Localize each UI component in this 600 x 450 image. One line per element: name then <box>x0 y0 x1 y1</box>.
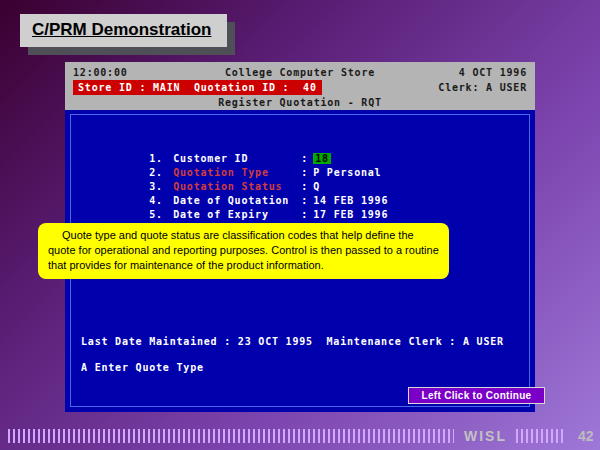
terminal-screen-title: Register Quotation - RQT <box>218 95 382 110</box>
field-label: Date of Quotation <box>173 194 301 208</box>
field-colon: : <box>301 208 313 222</box>
left-click-to-continue-button[interactable]: Left Click to Continue <box>408 387 545 404</box>
slide-title: C/PRM Demonstration <box>32 20 211 39</box>
footer-barcode-left <box>8 429 454 443</box>
enter-quote-type-prompt: A Enter Quote Type <box>81 362 204 373</box>
store-id-status-bar: Store ID : MAIN Quotation ID : 40 <box>73 80 322 95</box>
date-of-expiry-value: 17 FEB 1996 <box>313 209 388 220</box>
quotation-type-value: P Personal <box>313 167 381 178</box>
field-colon: : <box>301 166 313 180</box>
slide-page-number: 42 <box>578 428 594 444</box>
slide-title-box: C/PRM Demonstration <box>20 14 227 47</box>
terminal-header-row-1: 12:00:00 College Computer Store 4 OCT 19… <box>73 65 527 80</box>
maintenance-status-line: Last Date Maintained : 23 OCT 1995 Maint… <box>81 336 504 347</box>
terminal-time: 12:00:00 <box>73 65 128 80</box>
footer-brand: WISL <box>464 428 507 444</box>
field-customer-id: 1.Customer ID:18 <box>81 138 388 152</box>
terminal-date: 4 OCT 1996 <box>459 65 527 80</box>
callout-line: Quote type and quote status are classifi… <box>48 228 439 243</box>
field-label: Quotation Status <box>173 180 301 194</box>
field-number: 2. <box>149 166 173 180</box>
field-number: 3. <box>149 180 173 194</box>
date-of-quotation-value: 14 FEB 1996 <box>313 195 388 206</box>
slide-footer: WISL 42 <box>8 428 594 443</box>
field-colon: : <box>301 152 313 166</box>
field-label: Customer ID <box>173 152 301 166</box>
field-number: 1. <box>149 152 173 166</box>
callout-line: quote for operational and reporting purp… <box>48 243 439 258</box>
terminal-header-row-3: Register Quotation - RQT <box>73 95 527 110</box>
customer-id-value-field[interactable]: 18 <box>313 153 331 164</box>
field-label: Quotation Type <box>173 166 301 180</box>
terminal-header-row-2: Store ID : MAIN Quotation ID : 40 Clerk:… <box>73 80 527 95</box>
field-number: 5. <box>149 208 173 222</box>
callout-line: that provides for maintenance of the pro… <box>48 258 439 273</box>
field-colon: : <box>301 180 313 194</box>
footer-barcode-right <box>516 429 564 443</box>
terminal-clerk: Clerk: A USER <box>438 80 527 95</box>
title-plate: C/PRM Demonstration <box>20 14 227 47</box>
field-colon: : <box>301 194 313 208</box>
quotation-status-value: Q <box>313 181 320 192</box>
field-label: Date of Expiry <box>173 208 301 222</box>
quotation-fields: 1.Customer ID:18 2.Quotation Type:P Pers… <box>81 138 388 208</box>
slide-background: C/PRM Demonstration 12:00:00 College Com… <box>0 0 600 450</box>
field-number: 4. <box>149 194 173 208</box>
terminal-header: 12:00:00 College Computer Store 4 OCT 19… <box>65 62 535 110</box>
explanation-callout: Quote type and quote status are classifi… <box>38 223 449 279</box>
